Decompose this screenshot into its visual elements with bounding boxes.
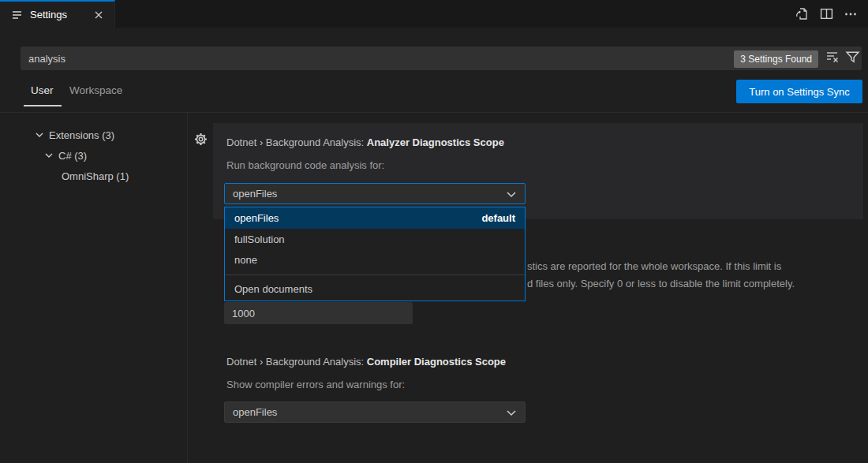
- toc-item-label: C# (3): [58, 150, 87, 162]
- setting-name: Analyzer Diagnostics Scope: [367, 136, 504, 148]
- setting-category: Dotnet › Background Analysis:: [226, 136, 367, 148]
- dropdown-option-description: Open documents: [225, 278, 525, 299]
- tab-user-scope[interactable]: User: [31, 84, 54, 96]
- tab-workspace-scope[interactable]: Workspace: [69, 84, 122, 96]
- active-scope-underline: [24, 105, 62, 106]
- setting-title-compiler-diagnostics-scope: Dotnet › Background Analysis: Compiler D…: [226, 356, 506, 368]
- settings-editor-window: Settings: [0, 0, 868, 463]
- toc-item-extensions[interactable]: Extensions (3): [35, 126, 114, 144]
- close-icon[interactable]: [91, 7, 107, 23]
- select-dropdown-list: openFiles default fullSolution none Open…: [224, 207, 526, 301]
- filter-icon[interactable]: [845, 50, 860, 65]
- analyzer-scope-select[interactable]: openFiles: [224, 183, 526, 204]
- setting-category: Dotnet › Background Analysis:: [226, 356, 367, 368]
- editor-tab-bar: Settings: [0, 0, 868, 28]
- chevron-down-icon: [44, 151, 54, 160]
- setting-title-analyzer-diagnostics-scope: Dotnet › Background Analysis: Analyzer D…: [226, 136, 504, 148]
- select-value: openFiles: [233, 406, 506, 418]
- compiler-scope-select[interactable]: openFiles: [224, 401, 526, 423]
- dropdown-option-none[interactable]: none: [225, 249, 525, 270]
- chevron-down-icon: [506, 189, 517, 200]
- dropdown-option-fullsolution[interactable]: fullSolution: [225, 229, 525, 249]
- chevron-down-icon: [506, 407, 517, 418]
- turn-on-settings-sync-button[interactable]: Turn on Settings Sync: [736, 80, 862, 103]
- editor-actions: [795, 0, 863, 28]
- tab-settings[interactable]: Settings: [0, 0, 115, 28]
- toc-divider: [187, 113, 188, 463]
- settings-list-icon: [11, 9, 24, 21]
- setting-description: Show compiler errors and warnings for:: [226, 379, 405, 390]
- gear-icon[interactable]: [194, 133, 208, 146]
- limit-setting-description-fragment-2: d files only. Specify 0 or less to disab…: [527, 278, 795, 289]
- limit-setting-description-fragment-1: stics are reported for the whole workspa…: [527, 260, 781, 272]
- split-editor-icon[interactable]: [820, 7, 833, 21]
- setting-name: Compiler Diagnostics Scope: [367, 356, 506, 368]
- toc-item-csharp[interactable]: C# (3): [44, 147, 87, 164]
- diagnostics-limit-input[interactable]: [224, 302, 413, 324]
- tab-title: Settings: [30, 9, 84, 21]
- toc-item-label: Extensions (3): [49, 129, 114, 141]
- clear-search-icon[interactable]: [825, 50, 840, 64]
- toc-item-omnisharp[interactable]: OmniSharp (1): [62, 167, 129, 185]
- select-value: openFiles: [233, 188, 506, 200]
- option-default-badge: default: [481, 212, 515, 224]
- chevron-down-icon: [35, 130, 44, 140]
- setting-description: Run background code analysis for:: [226, 159, 384, 171]
- settings-count-badge: 3 Settings Found: [734, 50, 818, 68]
- more-actions-icon[interactable]: [844, 8, 857, 21]
- header-divider: [0, 112, 868, 113]
- dropdown-separator: [225, 274, 525, 275]
- toc-item-label: OmniSharp (1): [62, 170, 129, 182]
- dropdown-option-openfiles[interactable]: openFiles default: [225, 207, 525, 229]
- open-settings-json-icon[interactable]: [795, 7, 809, 21]
